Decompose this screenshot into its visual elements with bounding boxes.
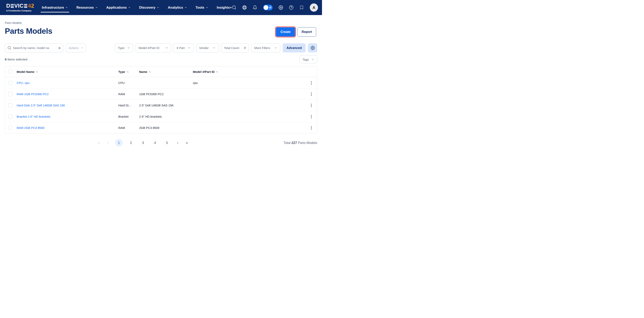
chevron-down-icon [65,6,68,9]
sort-icon[interactable]: ↑↓ [149,70,151,73]
parts-models-table: Model Name ↑↓ Type ↑↓ Name ↑↓ Model #/Pa… [5,66,317,133]
table-header-row: Model Name ↑↓ Type ↑↓ Name ↑↓ Model #/Pa… [5,66,317,77]
page-button-4[interactable]: 4 [151,139,159,146]
last-page-button[interactable]: » [184,141,189,145]
row-checkbox[interactable] [8,126,12,130]
theme-toggle[interactable] [263,5,273,11]
previous-page-button[interactable]: ‹ [106,141,111,145]
row-checkbox[interactable] [8,103,12,107]
model-name-link[interactable]: RAM 2GB PC3 8500 [17,126,118,129]
page-button-2[interactable]: 2 [127,139,135,146]
search-icon[interactable] [232,5,236,10]
table-row: RAM 1GB PC5300 PC2 RAM 1GB PC5300 PC2 ⋮ [5,88,317,100]
table-footer: « ‹ 1 2 3 4 5 › » Total 227 Parts Models [5,138,317,147]
name-cell: 1GB PC5300 PC2 [139,92,193,96]
selection-status: 0 items selected [5,58,27,61]
menu-item-tools[interactable]: Tools [196,0,208,15]
column-header-model-name[interactable]: Model Name ↑↓ [17,70,118,73]
notifications-bell-icon[interactable] [253,5,257,10]
sort-icon[interactable]: ↑↓ [36,70,38,73]
name-cell: 2GB PC3 8500 [139,126,193,129]
logo-letters-vic: VIC [14,3,24,9]
page-title: Parts Models [5,27,52,36]
selection-count: 0 [5,58,6,61]
table-row: RAM 2GB PC3 8500 RAM 2GB PC3 8500 ⋮ [5,122,317,133]
table-row: Bracket 2.5" HD brackets Bracket 2.5" HD… [5,111,317,122]
clear-search-icon[interactable]: × [58,46,61,50]
advanced-button[interactable]: Advanced [283,43,306,52]
search-box: × [5,43,63,52]
row-checkbox[interactable] [8,81,12,85]
logo-letter-d: D [6,3,10,9]
chevron-down-icon [212,46,216,49]
menu-item-infrastructure[interactable]: Infrastructure [42,0,68,15]
menu-item-applications[interactable]: Applications [106,0,131,15]
parts-models-page: DVIC42 A Freshworks Company Infrastructu… [0,0,322,159]
sun-icon [268,6,272,10]
total-prefix: Total [284,141,290,144]
menu-item-insights-plus[interactable]: Insights+ [217,0,232,15]
logo-wordmark: DVIC42 [6,3,34,9]
user-avatar[interactable]: A [310,4,318,12]
chevron-down-icon [184,6,187,9]
chevron-down-icon [206,6,208,9]
more-filters-dropdown[interactable]: More Filters [251,43,280,52]
model-name-link[interactable]: Hard Disk 2.5" Dell 146GB SAS 15K [17,104,118,107]
total-count-filter[interactable]: Total Count # [221,43,249,52]
settings-gear-icon[interactable] [278,5,283,10]
globe-icon[interactable] [242,5,247,10]
help-icon[interactable] [289,5,294,10]
page-button-1[interactable]: 1 [115,139,123,146]
bookmark-icon[interactable] [299,5,304,10]
selection-row: 0 items selected Tags [5,55,317,64]
row-actions-kebab-icon[interactable]: ⋮ [310,92,314,96]
vendor-filter-dropdown[interactable]: Vendor [196,43,218,52]
chevron-down-icon [127,46,130,49]
total-suffix: Parts Models [298,141,317,144]
model-name-link[interactable]: Bracket 2.5" HD brackets [17,115,118,118]
chevron-down-icon [95,6,98,9]
row-actions-kebab-icon[interactable]: ⋮ [310,103,314,107]
column-header-name[interactable]: Name ↑↓ [139,70,193,73]
menu-item-analytics[interactable]: Analytics [168,0,187,15]
logo-subtitle: A Freshworks Company [6,10,34,12]
model-part-id-filter-dropdown[interactable]: Model #/Part ID [136,43,171,52]
column-header-model-part-id[interactable]: Model #/Part ID ↑↓ [193,70,306,73]
logo-42: 42 [28,3,34,9]
menu-item-discovery[interactable]: Discovery [139,0,160,15]
column-header-type[interactable]: Type ↑↓ [118,70,139,73]
select-all-checkbox[interactable] [8,70,12,74]
report-button[interactable]: Report [297,27,316,37]
device42-logo[interactable]: DVIC42 A Freshworks Company [6,3,34,12]
row-actions-kebab-icon[interactable]: ⋮ [310,115,314,118]
tags-dropdown[interactable]: Tags [300,55,317,64]
title-actions: Create Report [276,27,316,37]
chevron-down-icon [165,46,168,49]
model-name-link[interactable]: RAM 1GB PC5300 PC2 [17,92,118,96]
breadcrumb[interactable]: Parts Models [5,21,317,25]
page-button-3[interactable]: 3 [139,139,147,146]
row-actions-kebab-icon[interactable]: ⋮ [310,81,314,85]
row-checkbox[interactable] [8,92,12,96]
page-button-5[interactable]: 5 [163,139,171,146]
sort-icon[interactable]: ↑↓ [126,70,128,73]
row-checkbox[interactable] [8,114,12,119]
table-row: CPU, cpu CPU cpu ⋮ [5,77,317,88]
part-count-filter-dropdown[interactable]: # Part [174,43,194,52]
row-actions-kebab-icon[interactable]: ⋮ [310,126,314,130]
table-settings-button[interactable] [308,43,317,52]
search-input[interactable] [13,46,56,50]
next-page-button[interactable]: › [175,141,180,145]
total-count: 227 [292,141,297,144]
actions-dropdown[interactable]: Actions [66,43,86,52]
hash-icon: # [244,46,246,50]
type-filter-dropdown[interactable]: Type [115,43,133,52]
create-button[interactable]: Create [276,27,295,37]
chevron-down-icon [188,46,191,49]
first-page-button[interactable]: « [97,141,102,145]
sort-icon[interactable]: ↑↓ [216,70,218,73]
name-cell: 2.5" HD brackets [139,115,193,118]
menu-item-resources[interactable]: Resources [76,0,98,15]
type-cell: Bracket [118,115,136,118]
model-name-link[interactable]: CPU, cpu [17,81,118,85]
